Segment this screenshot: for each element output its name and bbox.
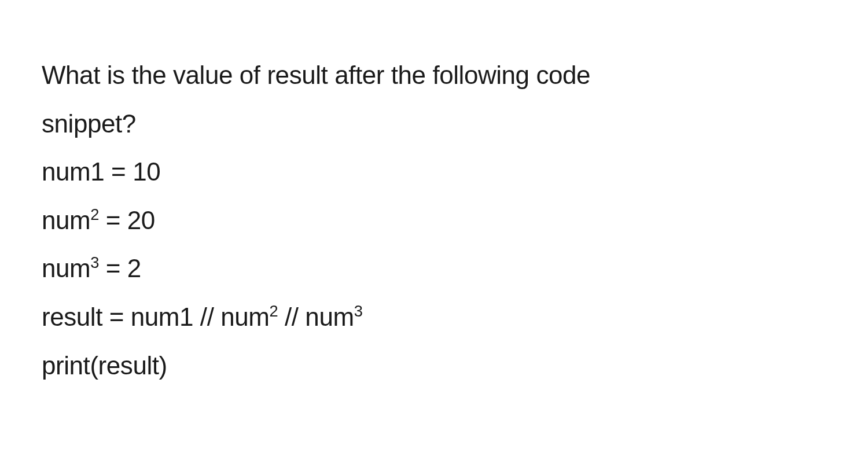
code-text: num: [42, 254, 90, 282]
question-line-1: What is the value of result after the fo…: [42, 51, 826, 100]
superscript: 3: [90, 254, 99, 272]
code-text: result = num1 // num: [42, 303, 270, 331]
code-text: = 20: [99, 206, 155, 234]
code-line-1: num1 = 10: [42, 148, 826, 196]
code-text: // num: [278, 303, 354, 331]
code-line-4: result = num1 // num2 // num3: [42, 293, 826, 341]
superscript: 3: [354, 302, 363, 320]
superscript: 2: [270, 302, 278, 320]
code-line-3: num3 = 2: [42, 244, 826, 293]
code-line-2: num2 = 20: [42, 196, 826, 245]
code-line-5: print(result): [42, 341, 826, 390]
question-block: What is the value of result after the fo…: [0, 0, 868, 389]
code-text: = 2: [99, 254, 141, 282]
question-line-2: snippet?: [42, 100, 826, 148]
superscript: 2: [90, 205, 99, 223]
code-text: num: [42, 206, 90, 234]
